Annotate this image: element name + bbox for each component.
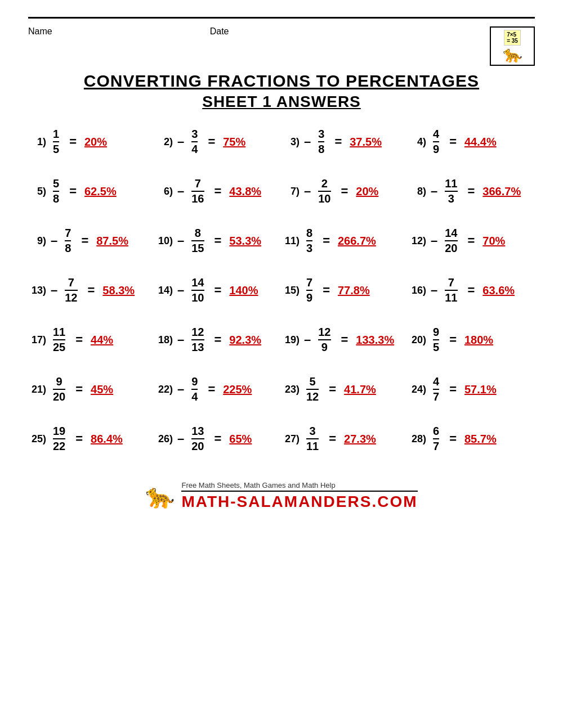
title-section: CONVERTING FRACTIONS TO PERCENTAGES SHEE… — [28, 71, 535, 111]
problem-number: 21) — [28, 384, 46, 396]
fraction-numerator: 2 — [321, 177, 328, 190]
problem-number: 18) — [155, 334, 173, 346]
fraction-denominator: 11 — [445, 291, 457, 304]
answer: 180% — [464, 334, 498, 347]
equals-sign: = — [329, 382, 336, 397]
fraction-numerator: 7 — [306, 276, 312, 289]
negative-sign: – — [51, 233, 57, 248]
name-label: Name — [28, 26, 52, 37]
logo-formula: 7×5= 35 — [504, 30, 521, 46]
fraction-line — [191, 389, 198, 390]
main-title: CONVERTING FRACTIONS TO PERCENTAGES — [28, 71, 535, 91]
fraction: 34 — [191, 128, 198, 156]
problem-row: 5)58=62.5%6)–716=43.8%7)–210=20%8)–113=3… — [28, 177, 535, 205]
problem-row: 13)–712=58.3%14)–1410=140%15)79=77.8%16)… — [28, 276, 535, 304]
fraction-line — [191, 438, 204, 439]
problem-item: 25)1922=86.4% — [28, 425, 155, 453]
fraction-line — [306, 240, 312, 241]
fraction-numerator: 5 — [310, 375, 316, 388]
logo-box: 7×5= 35 🐆 — [490, 26, 535, 66]
problem-number: 11) — [282, 235, 300, 247]
fraction-numerator: 14 — [191, 276, 204, 289]
equals-sign: = — [468, 184, 475, 199]
fraction-denominator: 15 — [191, 242, 204, 255]
problem-item: 24)47=57.1% — [408, 375, 535, 403]
answer: 62.5% — [84, 185, 118, 198]
problem-item: 10)–815=53.3% — [155, 227, 282, 255]
answer: 366.7% — [482, 185, 521, 198]
fraction: 129 — [318, 326, 330, 354]
fraction-denominator: 7 — [433, 440, 439, 453]
fraction-denominator: 9 — [321, 341, 328, 354]
fraction: 1125 — [53, 326, 65, 354]
fraction-denominator: 13 — [191, 341, 204, 354]
equals-sign: = — [75, 432, 83, 446]
problem-item: 8)–113=366.7% — [408, 177, 535, 205]
header: Name Date 7×5= 35 🐆 — [28, 26, 535, 66]
problem-number: 6) — [155, 186, 173, 197]
fraction-denominator: 9 — [433, 143, 439, 156]
fraction: 49 — [433, 128, 439, 156]
fraction-line — [318, 141, 324, 142]
fraction-denominator: 9 — [306, 291, 312, 304]
equals-sign: = — [323, 233, 330, 248]
problem-number: 14) — [155, 285, 173, 296]
negative-sign: – — [304, 184, 311, 199]
answer: 85.7% — [464, 433, 498, 446]
fraction: 1410 — [191, 276, 204, 304]
problem-item: 21)920=45% — [28, 375, 155, 403]
fraction-numerator: 19 — [53, 425, 65, 438]
answer: 58.3% — [102, 284, 136, 297]
answer: 92.3% — [229, 334, 263, 347]
problem-number: 1) — [28, 136, 46, 148]
problem-item: 20)95=180% — [408, 326, 535, 354]
problem-item: 2)–34=75% — [155, 128, 282, 156]
fraction-line — [318, 191, 330, 192]
negative-sign: – — [177, 332, 184, 347]
equals-sign: = — [329, 432, 336, 446]
footer-logo: 🐆 Free Math Sheets, Math Games and Math … — [145, 481, 417, 511]
fraction-line — [433, 141, 439, 142]
fraction-line — [318, 339, 330, 340]
answer: 133.3% — [356, 334, 394, 347]
fraction-line — [306, 290, 312, 291]
footer-m: M — [181, 493, 195, 510]
fraction-line — [306, 389, 319, 390]
fraction: 711 — [445, 276, 457, 304]
fraction: 78 — [65, 227, 71, 255]
fraction-numerator: 12 — [318, 326, 330, 339]
problem-number: 3) — [282, 136, 300, 148]
fraction-numerator: 5 — [53, 177, 59, 190]
problem-row: 1)15=20%2)–34=75%3)–38=37.5%4)49=44.4% — [28, 128, 535, 156]
fraction-numerator: 3 — [191, 128, 198, 141]
fraction-denominator: 12 — [306, 390, 319, 403]
problem-number: 24) — [408, 384, 426, 396]
equals-sign: = — [341, 332, 348, 347]
problem-number: 19) — [282, 334, 300, 346]
fraction-line — [445, 191, 457, 192]
answer: 266.7% — [338, 235, 376, 248]
fraction: 716 — [191, 177, 204, 205]
fraction: 95 — [433, 326, 439, 354]
answer: 20% — [84, 136, 118, 149]
fraction-numerator: 4 — [433, 375, 439, 388]
fraction-denominator: 8 — [53, 192, 59, 205]
fraction: 1320 — [191, 425, 204, 453]
answer: 65% — [229, 433, 263, 446]
logo-animal-icon: 🐆 — [503, 47, 522, 62]
fraction-denominator: 4 — [191, 390, 198, 403]
fraction-denominator: 4 — [191, 143, 198, 156]
fraction-numerator: 8 — [195, 227, 201, 240]
footer-tagline: Free Math Sheets, Math Games and Math He… — [181, 481, 335, 489]
problem-number: 23) — [282, 384, 300, 396]
fraction-line — [65, 240, 71, 241]
negative-sign: – — [177, 283, 184, 298]
fraction-numerator: 14 — [445, 227, 457, 240]
problem-item: 9)–78=87.5% — [28, 227, 155, 255]
fraction-denominator: 12 — [65, 291, 77, 304]
fraction-numerator: 3 — [318, 128, 324, 141]
equals-sign: = — [449, 134, 457, 149]
equals-sign: = — [208, 134, 215, 149]
problem-item: 23)512=41.7% — [282, 375, 408, 403]
fraction-numerator: 7 — [195, 177, 201, 190]
